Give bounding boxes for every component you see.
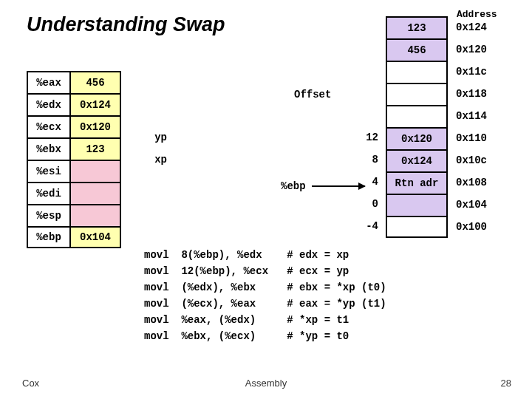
memory-cell: Rtn adr [386, 171, 448, 194]
memory-address: 0x104 [456, 199, 487, 211]
register-value: 0x124 [71, 93, 121, 115]
memory-cell: 0x120 [386, 127, 448, 149]
register-name: %esp [27, 204, 71, 226]
register-name: %ebp [27, 226, 71, 248]
arrow-icon [312, 185, 365, 187]
memory-offset: -4 [366, 220, 378, 232]
memory-cell [386, 194, 448, 216]
memory-offset: 0 [372, 198, 378, 210]
register-row: %ecx0x120 [27, 115, 121, 137]
memory-cell: 456 [386, 38, 448, 61]
memory-row: 1230x124 [386, 16, 448, 38]
memory-left-label: xp [154, 154, 167, 166]
ebp-label: %ebp [281, 180, 306, 192]
memory-row: 0x1200x110yp12 [386, 127, 448, 149]
offset-label: Offset [294, 89, 331, 100]
memory-row: 0x1040 [386, 194, 448, 216]
register-name: %eax [27, 71, 71, 93]
register-row: %edx0x124 [27, 93, 121, 115]
memory-address: 0x118 [456, 88, 487, 100]
memory-address: 0x108 [456, 177, 487, 188]
memory-address: 0x100 [456, 221, 487, 233]
memory-cell [386, 105, 448, 127]
address-header: Address [457, 9, 497, 20]
register-table: %eax456%edx0x124%ecx0x120%ebx123%esi%edi… [27, 71, 121, 248]
memory-address: 0x114 [456, 110, 487, 122]
memory-offset: 8 [372, 154, 378, 166]
memory-cell [386, 61, 448, 83]
memory-cell: 0x124 [386, 149, 448, 171]
memory-row: Rtn adr0x1084 [386, 171, 448, 194]
register-row: %edi [27, 182, 121, 204]
register-value [71, 182, 121, 204]
memory-row: 0x1240x10cxp8 [386, 149, 448, 171]
register-row: %eax456 [27, 71, 121, 93]
register-row: %ebx123 [27, 137, 121, 160]
footer-title: Assembly [0, 378, 532, 389]
memory-cell [386, 83, 448, 105]
memory-offset: 4 [372, 176, 378, 188]
memory-address: 0x124 [456, 21, 487, 33]
register-value: 123 [71, 137, 121, 160]
register-value: 0x120 [71, 115, 121, 137]
register-value [71, 204, 121, 226]
register-row: %ebp0x104 [27, 226, 121, 248]
register-name: %edx [27, 93, 71, 115]
register-name: %ecx [27, 115, 71, 137]
memory-row: 0x100-4 [386, 216, 448, 238]
register-row: %esi [27, 160, 121, 182]
memory-row: 0x11c [386, 61, 448, 83]
memory-offset: 12 [366, 132, 378, 143]
memory-cell [386, 216, 448, 238]
memory-address: 0x120 [456, 44, 487, 55]
memory-address: 0x110 [456, 132, 487, 144]
memory-address: 0x11c [456, 66, 487, 78]
register-row: %esp [27, 204, 121, 226]
register-name: %edi [27, 182, 71, 204]
memory-left-label: yp [154, 132, 167, 143]
register-value: 0x104 [71, 226, 121, 248]
memory-address: 0x10c [456, 154, 487, 166]
memory-row: 0x114 [386, 105, 448, 127]
footer-page-number: 28 [501, 378, 511, 389]
ebp-pointer: %ebp [281, 180, 365, 192]
register-value: 456 [71, 71, 121, 93]
register-name: %ebx [27, 137, 71, 160]
memory-row: 4560x120 [386, 38, 448, 61]
memory-row: 0x118 [386, 83, 448, 105]
memory-cell: 123 [386, 16, 448, 38]
assembly-code: movl 8(%ebp), %edx # edx = xp movl 12(%e… [144, 247, 386, 344]
register-value [71, 160, 121, 182]
register-name: %esi [27, 160, 71, 182]
page-title: Understanding Swap [27, 13, 225, 36]
memory-stack: 1230x1244560x1200x11c0x1180x1140x1200x11… [386, 16, 448, 238]
